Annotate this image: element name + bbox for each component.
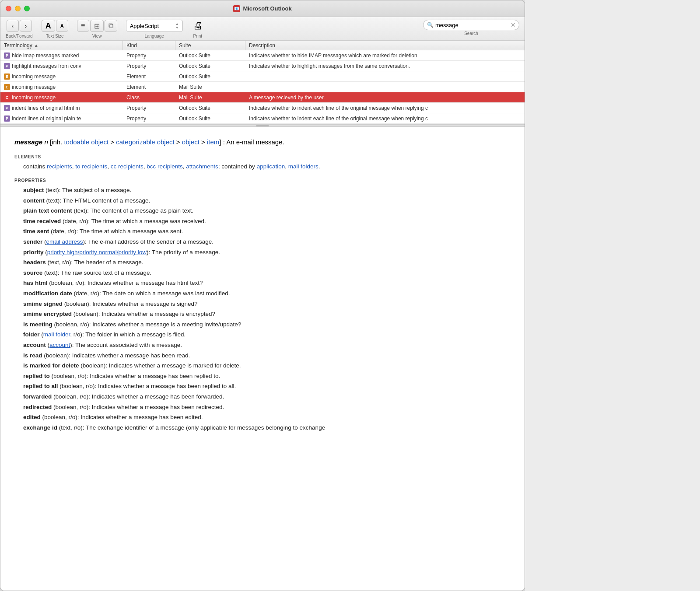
element-link[interactable]: to recipients — [75, 163, 107, 170]
property-desc: : The header of a message. — [71, 259, 144, 266]
property-name: content — [23, 197, 45, 204]
property-line: subject (text): The subject of a message… — [23, 185, 511, 195]
property-desc: : The e-mail address of the sender of a … — [85, 238, 214, 245]
property-desc: : The priority of a message. — [149, 249, 220, 255]
kind-badge: P — [4, 63, 10, 69]
table-row[interactable]: P indent lines of original plain te Prop… — [0, 113, 525, 124]
detail-pos: n — [44, 138, 48, 146]
col-suite-label: Suite — [179, 42, 191, 49]
forward-button[interactable]: › — [20, 20, 32, 32]
cell-kind: Class — [123, 92, 175, 102]
cell-kind: Element — [123, 82, 175, 92]
table-area: Terminology ▲ Kind Suite Description P h… — [0, 41, 525, 124]
col-terminology-label: Terminology — [4, 42, 32, 49]
detail-area: message n [inh. todoable object > catego… — [0, 127, 525, 591]
property-name: is meeting — [23, 321, 52, 328]
terminology-text: incoming message — [12, 94, 56, 101]
terminology-text: incoming message — [12, 73, 56, 80]
property-name: plain text content — [23, 207, 72, 214]
inheritance-link[interactable]: item — [207, 138, 219, 146]
property-line: time sent (date, r/o): The time at which… — [23, 227, 511, 236]
property-line: smime encrypted (boolean): Indicates whe… — [23, 309, 511, 319]
table-row[interactable]: P hide imap messages marked Property Out… — [0, 50, 525, 61]
text-size-group: A A Text Size — [42, 20, 68, 40]
element-link[interactable]: cc recipients — [111, 163, 144, 170]
property-line: smime signed (boolean): Indicates whethe… — [23, 299, 511, 309]
back-button[interactable]: ‹ — [7, 20, 19, 32]
table-row[interactable]: P indent lines of original html m Proper… — [0, 103, 525, 113]
contained-by-link[interactable]: application — [257, 163, 285, 170]
cell-suite: Mail Suite — [175, 82, 245, 92]
table-row[interactable]: C incoming message Class Mail Suite A me… — [0, 92, 525, 103]
property-desc: : Indicates whether a message has been e… — [77, 414, 203, 420]
search-clear-button[interactable]: ✕ — [511, 21, 516, 28]
property-type-link[interactable]: mail folder — [43, 331, 70, 338]
property-line: is marked for delete (boolean): Indicate… — [23, 361, 511, 371]
view-buttons: ≡ ⊞ ⧉ — [77, 20, 117, 32]
col-header-suite[interactable]: Suite — [175, 41, 245, 50]
property-line: replied to all (boolean, r/o): Indicates… — [23, 381, 511, 391]
col-header-description[interactable]: Description — [245, 41, 525, 50]
print-button[interactable]: 🖨 — [192, 20, 204, 32]
view-split-button[interactable]: ⧉ — [105, 20, 117, 32]
property-name: account — [23, 342, 46, 348]
property-name: forwarded — [23, 393, 52, 400]
property-desc: : The account associated with a message. — [72, 342, 182, 348]
back-icon: ‹ — [12, 23, 14, 29]
view-grid-icon: ⊞ — [94, 22, 100, 30]
element-link[interactable]: bcc recipients — [147, 163, 183, 170]
table-row[interactable]: E incoming message Element Outlook Suite — [0, 71, 525, 82]
forward-icon: › — [25, 23, 27, 29]
language-select[interactable]: AppleScript ▲ ▼ — [126, 20, 183, 32]
property-type-link[interactable]: email address — [46, 238, 83, 245]
inheritance-link[interactable]: todoable object — [64, 138, 108, 146]
toolbar: ‹ › Back/Forward A A Text Size — [0, 17, 525, 41]
property-desc: : Indicates whether a message has been f… — [88, 393, 224, 400]
property-desc: : The subject of a message. — [59, 187, 132, 193]
property-line: folder (mail folder, r/o): The folder in… — [23, 330, 511, 339]
title-area: 📧 Microsoft Outlook — [233, 5, 291, 12]
search-input[interactable] — [435, 22, 509, 28]
property-line: has html (boolean, r/o): Indicates wheth… — [23, 278, 511, 288]
text-size-small-button[interactable]: A — [56, 20, 68, 32]
col-header-terminology[interactable]: Terminology ▲ — [0, 41, 123, 50]
property-type-link[interactable]: priority high/priority normal/priority l… — [47, 249, 147, 255]
language-spinner: ▲ ▼ — [175, 22, 179, 30]
table-row[interactable]: P highlight messages from conv Property … — [0, 61, 525, 71]
property-name: subject — [23, 187, 44, 193]
property-name: is read — [23, 352, 42, 359]
minimize-button[interactable] — [15, 6, 21, 11]
view-grid-button[interactable]: ⊞ — [90, 20, 104, 32]
col-description-label: Description — [249, 42, 275, 49]
terminology-text: indent lines of original plain te — [12, 115, 81, 122]
terminology-text: incoming message — [12, 84, 56, 90]
language-value: AppleScript — [130, 23, 159, 29]
col-header-kind[interactable]: Kind — [123, 41, 175, 50]
property-desc: : The folder in which a message is filed… — [82, 331, 186, 338]
language-label: Language — [144, 34, 164, 38]
elements-label: ELEMENTS — [14, 154, 511, 160]
property-type-link[interactable]: account — [49, 342, 70, 348]
view-list-icon: ≡ — [81, 22, 85, 30]
view-list-button[interactable]: ≡ — [77, 20, 89, 32]
kind-badge: E — [4, 73, 10, 80]
property-line: replied to (boolean, r/o): Indicates whe… — [23, 371, 511, 381]
close-button[interactable] — [6, 6, 11, 11]
cell-kind: Property — [123, 113, 175, 123]
element-link[interactable]: recipients — [47, 163, 72, 170]
print-icon: 🖨 — [193, 20, 203, 31]
text-size-large-button[interactable]: A — [42, 20, 55, 32]
inheritance-link[interactable]: categorizable object — [116, 138, 174, 146]
maximize-button[interactable] — [24, 6, 30, 11]
property-line: account (account): The account associate… — [23, 340, 511, 350]
inheritance-link[interactable]: object — [182, 138, 200, 146]
contained-by-link[interactable]: mail folders — [288, 163, 318, 170]
sort-arrow-icon: ▲ — [34, 43, 38, 48]
property-line: forwarded (boolean, r/o): Indicates whet… — [23, 392, 511, 402]
table-row[interactable]: E incoming message Element Mail Suite — [0, 82, 525, 92]
property-line: sender (email address): The e-mail addre… — [23, 237, 511, 247]
element-link[interactable]: attachments — [186, 163, 218, 170]
table-header: Terminology ▲ Kind Suite Description — [0, 41, 525, 50]
property-name: priority — [23, 249, 44, 255]
cell-description — [245, 82, 525, 92]
